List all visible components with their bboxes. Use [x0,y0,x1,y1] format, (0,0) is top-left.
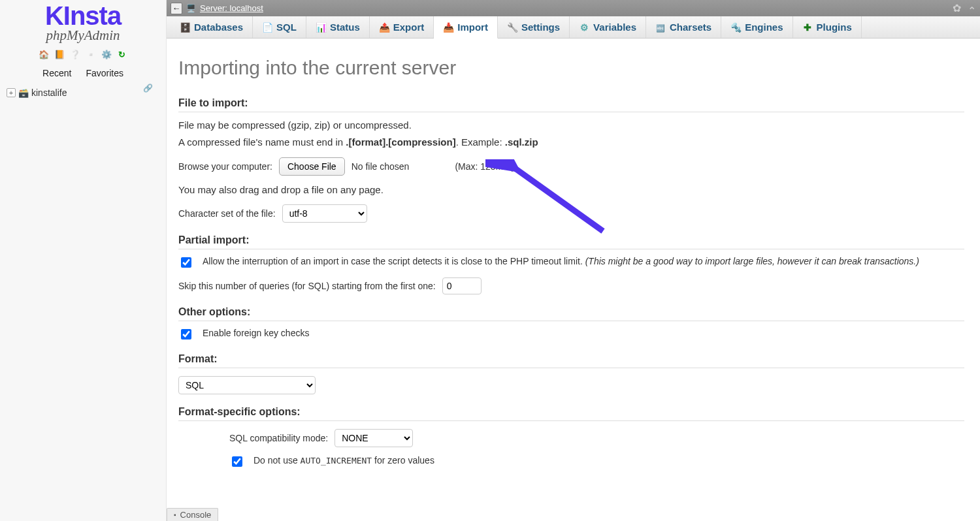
sidebar: KInsta phpMyAdmin Recent Favorites 🔗 + k… [0,0,167,521]
tab-engines[interactable]: Engines [721,16,792,38]
charset-select[interactable]: utf-8 [282,204,367,223]
database-icon [180,22,190,33]
expand-icon[interactable]: + [7,88,16,97]
import-icon [443,22,453,33]
brand-logo-sub: phpMyAdmin [0,27,166,44]
file-hint-line1: File may be compressed (gzip, zip) or un… [178,119,964,132]
file-hint-line2: A compressed file's name must end in .[f… [178,136,964,149]
tab-label: Plugins [817,22,852,33]
foreign-key-label: Enable foreign key checks [203,328,309,338]
max-size-label: (Max: 128MiB) [455,161,514,172]
settings-icon[interactable] [101,50,112,60]
settings-icon [507,22,517,33]
sidebar-quick-icons [0,49,166,60]
sql-icon [262,22,272,33]
nav-back-button[interactable]: ← [171,3,182,14]
logout-icon[interactable] [54,50,65,60]
reload-icon[interactable] [117,50,127,60]
tab-label: Status [330,22,360,33]
tab-recent[interactable]: Recent [35,65,78,81]
tab-settings[interactable]: Settings [498,16,570,38]
section-partial-import: Partial import: [178,234,964,249]
charset-label: Character set of the file: [178,208,276,219]
console-icon [174,510,176,520]
plugins-icon [802,22,813,33]
format-select[interactable]: SQL [178,376,316,394]
tab-label: Export [393,22,425,33]
main-tabs: Databases SQL Status Export Import Setti… [167,16,980,39]
auto-increment-checkbox[interactable] [232,456,242,467]
foreign-key-checkbox[interactable] [181,329,191,339]
chosen-file-status: No file chosen [351,161,410,172]
tab-charsets[interactable]: Charsets [646,16,721,38]
tab-plugins[interactable]: Plugins [793,16,862,38]
page-settings-icon[interactable] [953,2,961,14]
sql-compat-label: SQL compatibility mode: [229,433,328,443]
status-icon [316,22,326,33]
brand-logo: KInsta phpMyAdmin [0,0,166,44]
navi-settings-icon[interactable] [86,50,96,60]
server-bar: ← Server: localhost [167,0,980,16]
auto-increment-label: Do not use AUTO_INCREMENT for zero value… [253,455,434,466]
section-format: Format: [178,353,964,368]
tab-import[interactable]: Import [434,16,498,39]
tree-item-label: kinstalife [31,87,67,98]
page-title: Importing into the current server [178,57,964,79]
server-icon [186,3,196,13]
tab-label: Databases [194,22,243,33]
sql-compat-select[interactable]: NONE [335,429,413,447]
skip-queries-label: Skip this number of queries (for SQL) st… [178,281,436,291]
tab-variables[interactable]: Variables [570,16,646,38]
browse-label: Browse your computer: [178,161,272,172]
server-breadcrumb[interactable]: Server: localhost [200,3,263,13]
content-area: Importing into the current server File t… [167,39,980,521]
panel-link-icon[interactable]: 🔗 [143,84,153,93]
tab-label: Variables [593,22,636,33]
tab-sql[interactable]: SQL [253,16,306,38]
console-toggle[interactable]: Console [167,508,218,521]
db-tree: + kinstalife [0,81,166,104]
tab-status[interactable]: Status [306,16,370,38]
tab-favorites[interactable]: Favorites [78,65,131,81]
allow-interrupt-label: Allow the interruption of an import in c… [203,256,919,266]
tab-label: SQL [276,22,297,33]
allow-interrupt-checkbox[interactable] [181,257,191,268]
dragdrop-hint: You may also drag and drop a file on any… [178,183,964,197]
tree-item-db[interactable]: + kinstalife [4,86,162,99]
skip-queries-input[interactable] [442,277,482,294]
tab-label: Import [457,22,488,33]
brand-logo-text: KInsta [0,3,166,29]
tab-label: Charsets [670,22,711,33]
tab-databases[interactable]: Databases [171,16,253,38]
sidebar-tabs: Recent Favorites [0,65,166,81]
choose-file-button[interactable]: Choose File [279,157,345,176]
section-other-options: Other options: [178,306,964,321]
tab-label: Engines [745,22,783,33]
main: ← Server: localhost Databases SQL Status… [167,0,980,521]
section-format-specific: Format-specific options: [178,406,964,421]
export-icon [379,22,389,33]
variables-icon [579,22,589,33]
console-label: Console [180,510,212,520]
charsets-icon [655,22,666,33]
docs-icon[interactable] [70,50,80,60]
database-icon [18,88,29,98]
home-icon[interactable] [39,50,49,60]
collapse-topbar-icon[interactable] [968,2,976,14]
section-file-to-import: File to import: [178,97,964,112]
engines-icon [730,22,741,33]
tab-export[interactable]: Export [370,16,434,38]
tab-label: Settings [521,22,560,33]
